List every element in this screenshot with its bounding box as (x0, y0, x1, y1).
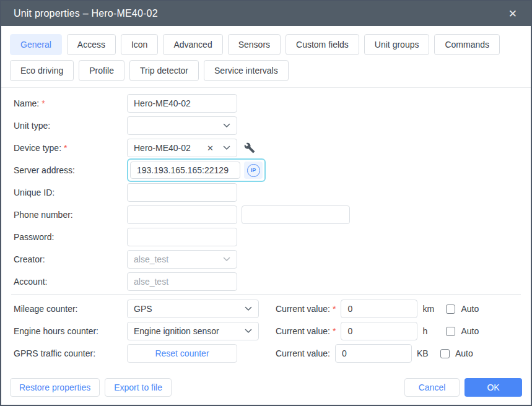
gprs-traffic-counter-label: GPRS traffic counter: (14, 348, 127, 358)
mileage-auto-label: Auto (461, 304, 479, 314)
engine-hours-unit: h (422, 326, 441, 336)
close-icon[interactable]: ✕ (506, 6, 520, 22)
phone-number-input-1[interactable] (127, 205, 237, 224)
tab-custom-fields[interactable]: Custom fields (286, 34, 359, 55)
mileage-current-label: Current value: (276, 304, 330, 314)
tab-eco-driving[interactable]: Eco driving (10, 60, 74, 81)
tab-sensors[interactable]: Sensors (228, 34, 281, 55)
device-type-value: Hero-ME40-02 (134, 143, 207, 153)
general-form: Name:* Unit type: Device type:* Hero-ME4… (1, 88, 531, 293)
required-mark: * (333, 304, 336, 314)
server-address-label: Server address: (14, 165, 127, 175)
mileage-current-input[interactable] (341, 300, 417, 318)
tab-commands[interactable]: Commands (434, 34, 500, 55)
phone-number-input-2[interactable] (242, 205, 350, 224)
chevron-down-icon (245, 306, 252, 311)
server-address-row: Server address: IP (14, 159, 518, 181)
required-mark: * (41, 98, 45, 108)
clear-icon[interactable]: ✕ (207, 144, 214, 152)
engine-hours-current-label: Current value: (276, 326, 330, 336)
device-type-label: Device type: (14, 143, 61, 153)
server-address-input[interactable] (130, 162, 240, 179)
ip-button[interactable]: IP (244, 162, 263, 179)
unit-properties-dialog: Unit properties – Hero-ME40-02 ✕ General… (0, 0, 532, 406)
account-value: alse_test (134, 277, 230, 287)
password-input[interactable] (127, 228, 237, 246)
unit-type-row: Unit type: (14, 114, 518, 137)
mileage-counter-label: Mileage counter: (14, 304, 127, 314)
creator-row: Creator: alse_test (14, 248, 518, 270)
tab-trip-detector[interactable]: Trip detector (129, 60, 199, 81)
gprs-unit: KB (417, 348, 435, 358)
creator-value: alse_test (134, 254, 219, 264)
unique-id-input[interactable] (127, 183, 237, 202)
password-label: Password: (14, 232, 127, 242)
reset-counter-button[interactable]: Reset counter (127, 344, 237, 363)
account-row: Account: alse_test (14, 270, 518, 293)
engine-hours-counter-label: Engine hours counter: (14, 326, 127, 336)
tab-profile[interactable]: Profile (79, 60, 124, 81)
ip-icon: IP (247, 164, 260, 177)
unique-id-label: Unique ID: (14, 188, 127, 197)
restore-properties-button[interactable]: Restore properties (10, 378, 100, 397)
engine-hours-counter-row: Engine hours counter: Engine ignition se… (14, 320, 518, 342)
title-bar: Unit properties – Hero-ME40-02 ✕ (1, 1, 531, 26)
creator-label: Creator: (14, 254, 127, 264)
dialog-title: Unit properties – Hero-ME40-02 (14, 8, 158, 19)
tab-general[interactable]: General (10, 34, 62, 55)
engine-hours-current-input[interactable] (341, 322, 417, 340)
tab-bar: General Access Icon Advanced Sensors Cus… (1, 26, 531, 88)
divider (11, 294, 521, 295)
name-label: Name: (14, 98, 39, 108)
engine-hours-auto-label: Auto (461, 326, 479, 336)
export-to-file-button[interactable]: Export to file (105, 378, 172, 397)
mileage-source-value: GPS (134, 304, 241, 314)
account-field: alse_test (127, 272, 237, 291)
mileage-unit: km (422, 304, 441, 314)
footer: Restore properties Export to file Cancel… (1, 378, 531, 405)
unique-id-row: Unique ID: (14, 181, 518, 204)
phone-number-label: Phone number: (14, 210, 127, 220)
tab-access[interactable]: Access (67, 34, 116, 55)
required-mark: * (333, 326, 336, 336)
gprs-current-label: Current value: (276, 348, 330, 358)
counters-section: Mileage counter: GPS Current value:* km … (1, 298, 531, 365)
name-row: Name:* (14, 92, 518, 114)
phone-number-row: Phone number: (14, 204, 518, 226)
chevron-down-icon (245, 329, 252, 334)
tab-advanced[interactable]: Advanced (163, 34, 222, 55)
cancel-button[interactable]: Cancel (404, 378, 460, 397)
mileage-counter-row: Mileage counter: GPS Current value:* km … (14, 298, 518, 320)
chevron-down-icon (223, 257, 230, 262)
wrench-icon[interactable] (244, 142, 255, 153)
name-input[interactable] (127, 94, 237, 113)
server-address-focus-wrap: IP (127, 158, 266, 182)
engine-hours-source-select[interactable]: Engine ignition sensor (127, 322, 259, 340)
required-mark: * (64, 143, 67, 153)
chevron-down-icon (223, 145, 230, 150)
tab-unit-groups[interactable]: Unit groups (364, 34, 430, 55)
gprs-current-input[interactable] (335, 344, 412, 363)
creator-select: alse_test (127, 250, 237, 269)
engine-hours-source-value: Engine ignition sensor (134, 326, 241, 336)
device-type-select[interactable]: Hero-ME40-02 ✕ (127, 139, 237, 157)
gprs-auto-checkbox[interactable] (440, 349, 450, 358)
device-type-row: Device type:* Hero-ME40-02 ✕ (14, 137, 518, 159)
unit-type-label: Unit type: (14, 121, 127, 131)
unit-type-select[interactable] (127, 116, 237, 135)
tab-service-intervals[interactable]: Service intervals (204, 60, 289, 81)
account-label: Account: (14, 277, 127, 287)
mileage-auto-checkbox[interactable] (446, 304, 455, 314)
password-row: Password: (14, 226, 518, 248)
mileage-source-select[interactable]: GPS (127, 300, 259, 318)
gprs-traffic-counter-row: GPRS traffic counter: Reset counter Curr… (14, 342, 518, 365)
gprs-auto-label: Auto (455, 348, 473, 358)
ok-button[interactable]: OK (464, 378, 522, 397)
tab-icon[interactable]: Icon (121, 34, 158, 55)
chevron-down-icon (223, 123, 230, 128)
engine-hours-auto-checkbox[interactable] (446, 327, 455, 336)
